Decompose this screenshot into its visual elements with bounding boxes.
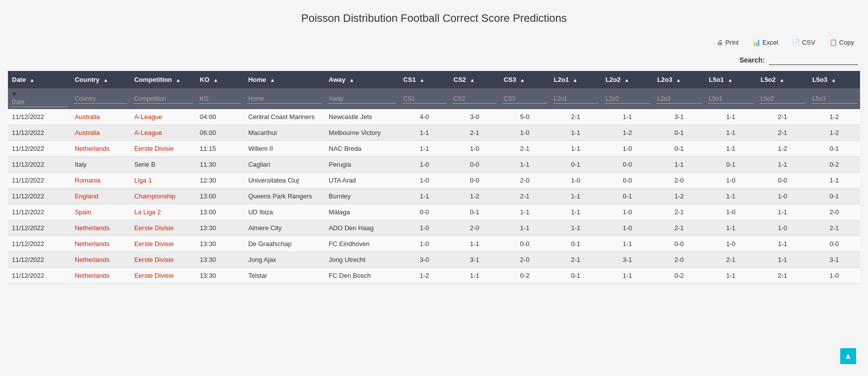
cell-l2o1: 1-0 bbox=[550, 173, 602, 188]
cell-cs1: 1-0 bbox=[399, 157, 449, 173]
cell-l5o3: 1-2 bbox=[808, 109, 860, 125]
cell-l5o1: 1-1 bbox=[705, 220, 756, 236]
filter-date[interactable] bbox=[11, 98, 68, 107]
col-header-l5o3[interactable]: L5o3 ▲ bbox=[808, 71, 860, 88]
sort-arrow-cs3: ▲ bbox=[520, 77, 525, 83]
filter-cs2[interactable] bbox=[452, 94, 496, 104]
print-button[interactable]: 🖨 Print bbox=[713, 37, 743, 48]
cell-l2o3: 2-1 bbox=[653, 220, 705, 236]
col-header-l2o1[interactable]: L2o1 ▲ bbox=[550, 71, 602, 88]
cell-competition: Serie B bbox=[130, 157, 196, 173]
cell-l2o2: 3-1 bbox=[602, 252, 653, 268]
cell-home: Almere City bbox=[244, 220, 324, 236]
filter-ko[interactable] bbox=[199, 94, 242, 104]
cell-l2o3: 2-0 bbox=[653, 252, 705, 268]
table-row: 11/12/2022ItalySerie B11:30CagliariPerug… bbox=[8, 157, 860, 173]
cell-cs3: 2-0 bbox=[499, 252, 550, 268]
cell-country: Australia bbox=[71, 109, 130, 125]
page-title: Poisson Distribution Football Correct Sc… bbox=[0, 0, 868, 33]
cell-l2o1: 0-1 bbox=[550, 236, 602, 252]
cell-country: Netherlands bbox=[71, 252, 130, 268]
sort-arrow-cs1: ▲ bbox=[420, 77, 425, 83]
filter-l5o2[interactable] bbox=[759, 94, 805, 104]
col-header-country[interactable]: Country ▲ bbox=[71, 71, 130, 88]
cell-away: FC Den Bosch bbox=[325, 268, 399, 284]
cell-l2o1: 2-1 bbox=[550, 252, 602, 268]
cell-cs2: 2-1 bbox=[449, 125, 499, 141]
cell-country: Netherlands bbox=[71, 220, 130, 236]
filter-country[interactable] bbox=[74, 94, 127, 104]
csv-button[interactable]: 📄 CSV bbox=[788, 37, 819, 48]
cell-competition: Eerste Divisie bbox=[130, 268, 196, 284]
cell-cs3: 0-2 bbox=[499, 268, 550, 284]
cell-l5o1: 1-1 bbox=[705, 188, 756, 204]
sort-arrow-ko: ▲ bbox=[213, 77, 218, 83]
cell-l2o1: 1-1 bbox=[550, 188, 602, 204]
cell-l2o3: 0-2 bbox=[653, 268, 705, 284]
cell-cs3: 2-1 bbox=[499, 188, 550, 204]
col-header-ko[interactable]: KO ▲ bbox=[196, 71, 245, 88]
cell-away: Perugia bbox=[325, 157, 399, 173]
col-header-home[interactable]: Home ▲ bbox=[244, 71, 324, 88]
filter-away[interactable] bbox=[328, 94, 396, 104]
cell-cs1: 1-0 bbox=[399, 220, 449, 236]
sort-arrow-competition: ▲ bbox=[176, 77, 181, 83]
excel-button[interactable]: 📊 Excel bbox=[748, 37, 782, 48]
cell-cs1: 4-0 bbox=[399, 109, 449, 125]
cell-competition: A-League bbox=[130, 109, 196, 125]
cell-l5o3: 3-1 bbox=[808, 252, 860, 268]
cell-l5o1: 1-1 bbox=[705, 268, 756, 284]
col-header-l2o3[interactable]: L2o3 ▲ bbox=[653, 71, 705, 88]
search-input[interactable] bbox=[769, 55, 858, 65]
filter-l2o1[interactable] bbox=[553, 94, 599, 104]
col-header-cs1[interactable]: CS1 ▲ bbox=[399, 71, 449, 88]
filter-l5o1[interactable] bbox=[708, 94, 753, 104]
cell-date: 11/12/2022 bbox=[8, 236, 71, 252]
filter-home[interactable] bbox=[247, 94, 321, 104]
sort-arrow-l5o2: ▲ bbox=[779, 77, 784, 83]
col-header-cs2[interactable]: CS2 ▲ bbox=[449, 71, 499, 88]
cell-l5o3: 0-1 bbox=[808, 141, 860, 157]
cell-cs2: 2-0 bbox=[449, 220, 499, 236]
cell-date: 11/12/2022 bbox=[8, 188, 71, 204]
col-header-l5o1[interactable]: L5o1 ▲ bbox=[705, 71, 756, 88]
cell-cs3: 5-0 bbox=[499, 109, 550, 125]
cell-cs2: 0-0 bbox=[449, 173, 499, 188]
filter-cs1[interactable] bbox=[402, 94, 446, 104]
cell-ko: 13:00 bbox=[196, 204, 245, 220]
col-header-l5o2[interactable]: L5o2 ▲ bbox=[756, 71, 808, 88]
search-label: Search: bbox=[740, 56, 765, 64]
col-header-date[interactable]: Date ▲ bbox=[8, 71, 71, 88]
cell-cs1: 1-1 bbox=[399, 188, 449, 204]
filter-competition[interactable] bbox=[133, 94, 193, 104]
col-header-away[interactable]: Away ▲ bbox=[325, 71, 399, 88]
cell-l5o2: 0-0 bbox=[756, 173, 808, 188]
col-header-l2o2[interactable]: L2o2 ▲ bbox=[602, 71, 653, 88]
cell-away: Burnley bbox=[325, 188, 399, 204]
copy-button[interactable]: 📋 Copy bbox=[825, 37, 858, 48]
cell-home: De Graafschap bbox=[244, 236, 324, 252]
cell-competition: Championship bbox=[130, 188, 196, 204]
filter-cs3[interactable] bbox=[502, 94, 547, 104]
cell-l5o3: 0-2 bbox=[808, 157, 860, 173]
cell-l2o2: 1-1 bbox=[602, 109, 653, 125]
cell-cs2: 1-2 bbox=[449, 188, 499, 204]
table-row: 11/12/2022AustraliaA-League06:00Macarthu… bbox=[8, 125, 860, 141]
cell-competition: Eerste Divisie bbox=[130, 252, 196, 268]
filter-l2o2[interactable] bbox=[605, 94, 650, 104]
cell-l5o1: 1-1 bbox=[705, 141, 756, 157]
cell-l5o2: 1-0 bbox=[756, 188, 808, 204]
table-row: 11/12/2022AustraliaA-League04:00Central … bbox=[8, 109, 860, 125]
filter-l2o3[interactable] bbox=[656, 94, 702, 104]
sort-arrow-cs2: ▲ bbox=[470, 77, 475, 83]
col-header-competition[interactable]: Competition ▲ bbox=[130, 71, 196, 88]
filter-l5o3[interactable] bbox=[811, 94, 857, 104]
cell-country: England bbox=[71, 188, 130, 204]
cell-l5o2: 1-2 bbox=[756, 141, 808, 157]
cell-ko: 13:30 bbox=[196, 252, 245, 268]
cell-l2o1: 1-1 bbox=[550, 220, 602, 236]
cell-l2o3: 3-1 bbox=[653, 109, 705, 125]
sort-arrow-l5o1: ▲ bbox=[728, 77, 733, 83]
cell-l5o2: 2-1 bbox=[756, 268, 808, 284]
col-header-cs3[interactable]: CS3 ▲ bbox=[499, 71, 550, 88]
